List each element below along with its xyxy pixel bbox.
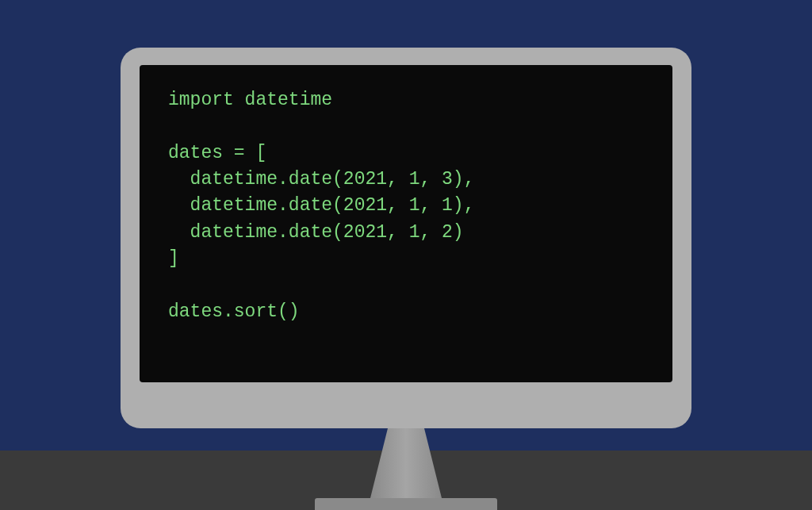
- monitor-frame: import datetime dates = [ datetime.date(…: [121, 48, 691, 428]
- code-line: datetime.date(2021, 1, 2): [168, 222, 464, 243]
- code-line: ]: [168, 248, 179, 269]
- monitor-screen: import datetime dates = [ datetime.date(…: [140, 65, 672, 382]
- monitor-neck: [370, 427, 442, 498]
- code-line: dates.sort(): [168, 301, 300, 322]
- code-line: datetime.date(2021, 1, 3),: [168, 169, 474, 190]
- monitor-base: [315, 498, 497, 510]
- code-line: dates = [: [168, 143, 266, 163]
- code-line: import datetime: [168, 90, 332, 110]
- code-line: datetime.date(2021, 1, 1),: [168, 195, 474, 216]
- code-block: import datetime dates = [ datetime.date(…: [168, 87, 644, 325]
